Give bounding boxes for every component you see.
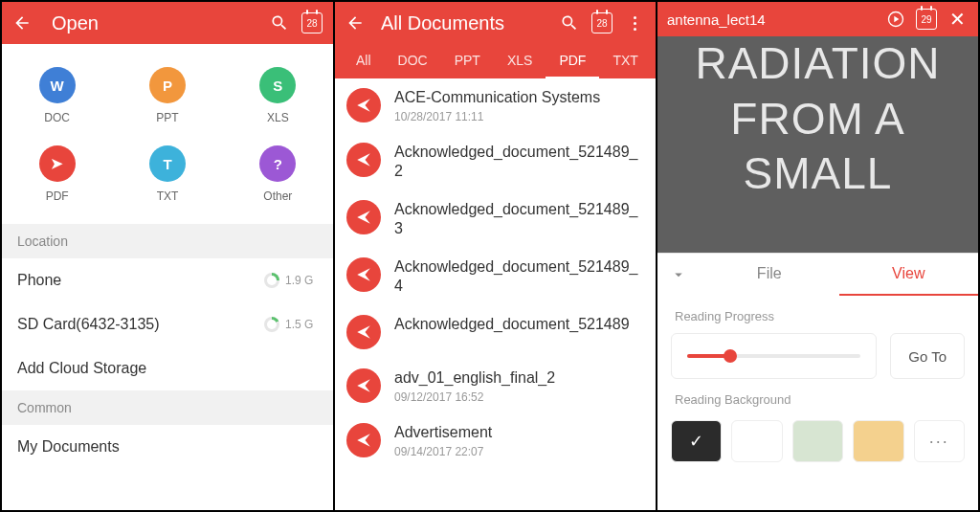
play-button[interactable] [884, 8, 907, 31]
documents-header: All Documents 28 AllDOCPPTXLSPDFTXT [335, 2, 656, 78]
document-text: Advertisement 09/14/2017 22:07 [394, 423, 642, 458]
overflow-menu-button[interactable] [623, 11, 646, 34]
document-row[interactable]: Acknowledged_document_521489_2 [335, 133, 656, 190]
reading-progress-row: Go To [657, 333, 978, 379]
document-row[interactable]: adv_01_english_final_2 09/12/2017 16:52 [335, 359, 656, 413]
location-list: Phone 1.9 GSD Card(6432-3135) 1.5 G [2, 258, 333, 346]
file-type-icon: ➤ [39, 145, 76, 182]
file-type-icon: W [39, 67, 76, 103]
document-name: Acknowledged_document_521489_3 [394, 200, 642, 238]
check-icon: ✓ [689, 431, 703, 452]
back-button[interactable] [11, 12, 33, 33]
common-item[interactable]: My Documents [2, 425, 333, 469]
document-title: antenna_lect14 [667, 11, 877, 28]
file-type-label: XLS [267, 111, 289, 124]
view-options-sheet: FileView Reading Progress Go To Reading … [657, 253, 978, 510]
background-swatch[interactable] [731, 420, 782, 462]
collapse-button[interactable] [657, 266, 700, 283]
common-section-label: Common [2, 390, 333, 425]
documents-title: All Documents [381, 12, 548, 34]
location-size: 1.9 G [285, 274, 318, 287]
document-name: adv_01_english_final_2 [394, 368, 642, 388]
document-name: ACE-Communication Systems [394, 88, 642, 107]
document-row[interactable]: Acknowledged_document_521489_4 [335, 248, 656, 305]
storage-pie-icon [264, 317, 279, 332]
close-button[interactable]: ✕ [946, 8, 969, 31]
open-panel: Open 28 W DOCP PPTS XLS➤ PDFT TXT? Other… [0, 0, 333, 512]
search-button[interactable] [558, 11, 581, 34]
file-type-label: DOC [44, 111, 70, 124]
document-page-preview[interactable]: RADIATION FROM A SMALL [657, 36, 978, 253]
open-header: Open 28 [2, 2, 333, 44]
file-type-grid: W DOCP PPTS XLS➤ PDFT TXT? Other [2, 44, 333, 224]
more-vert-icon [634, 16, 636, 31]
calendar-button[interactable]: 28 [301, 11, 323, 34]
add-cloud-storage-button[interactable]: Add Cloud Storage [2, 346, 333, 390]
pdf-file-icon [346, 315, 381, 349]
file-type-label: Other [263, 189, 292, 203]
file-type-icon: S [259, 67, 296, 103]
sheet-tab-view[interactable]: View [839, 254, 979, 296]
tab-xls[interactable]: XLS [494, 44, 546, 78]
sheet-tabs: FileView [657, 254, 978, 296]
progress-slider[interactable] [687, 354, 860, 358]
search-icon [560, 13, 579, 33]
viewer-panel: antenna_lect14 29 ✕ RADIATION FROM A SMA… [656, 0, 980, 512]
common-list: My Documents [2, 425, 333, 469]
sheet-tab-file[interactable]: File [700, 254, 839, 296]
calendar-icon: 28 [591, 12, 612, 33]
document-name: Acknowledged_document_521489 [394, 315, 642, 334]
play-circle-icon [886, 10, 905, 29]
file-type-icon: T [149, 145, 186, 182]
go-to-button[interactable]: Go To [890, 333, 965, 379]
background-swatch[interactable] [853, 420, 903, 462]
document-row[interactable]: Acknowledged_document_521489 [335, 305, 656, 359]
calendar-icon: 29 [916, 9, 937, 30]
file-type-label: TXT [157, 189, 179, 203]
document-row[interactable]: Acknowledged_document_521489_3 [335, 190, 656, 248]
file-type-other[interactable]: ? Other [223, 138, 333, 216]
pdf-file-icon [346, 88, 381, 122]
file-type-icon: P [149, 67, 186, 103]
tab-doc[interactable]: DOC [385, 44, 441, 78]
viewer-header: antenna_lect14 29 ✕ [657, 2, 978, 36]
tab-txt[interactable]: TXT [599, 44, 651, 78]
document-meta: 09/14/2017 22:07 [394, 445, 642, 458]
background-swatch[interactable]: ✓ [671, 420, 722, 462]
open-title: Open [52, 12, 258, 34]
document-meta: 09/12/2017 16:52 [394, 390, 642, 404]
file-type-pdf[interactable]: ➤ PDF [2, 138, 112, 216]
progress-slider-container [671, 333, 877, 379]
document-row[interactable]: Advertisement 09/14/2017 22:07 [335, 413, 656, 468]
pdf-file-icon [346, 200, 381, 234]
document-row[interactable]: ACE-Communication Systems 10/28/2017 11:… [335, 78, 656, 133]
go-to-label: Go To [908, 348, 947, 365]
background-swatch[interactable] [792, 420, 843, 462]
file-type-xls[interactable]: S XLS [223, 59, 333, 138]
pdf-file-icon [346, 257, 381, 292]
file-type-doc[interactable]: W DOC [2, 59, 112, 138]
document-text: adv_01_english_final_2 09/12/2017 16:52 [394, 368, 642, 404]
tab-ppt[interactable]: PPT [441, 44, 494, 78]
document-name: Acknowledged_document_521489_4 [394, 257, 642, 296]
tab-all[interactable]: All [343, 44, 385, 78]
back-button[interactable] [345, 13, 366, 33]
reading-background-label: Reading Background [657, 379, 978, 416]
calendar-button[interactable]: 29 [915, 8, 938, 31]
search-button[interactable] [268, 11, 291, 34]
page-text: RADIATION FROM A SMALL [695, 36, 940, 202]
progress-thumb[interactable] [724, 349, 737, 363]
document-name: Acknowledged_document_521489_2 [394, 143, 642, 181]
tab-pdf[interactable]: PDF [546, 44, 599, 78]
file-type-txt[interactable]: T TXT [112, 138, 222, 216]
file-type-label: PPT [156, 111, 178, 124]
search-icon [270, 13, 289, 33]
location-row[interactable]: Phone 1.9 G [2, 258, 333, 302]
reading-progress-label: Reading Progress [657, 296, 978, 333]
more-backgrounds-button[interactable]: ··· [914, 420, 965, 462]
location-name: Phone [17, 272, 61, 289]
location-row[interactable]: SD Card(6432-3135) 1.5 G [2, 302, 333, 346]
file-type-ppt[interactable]: P PPT [112, 59, 222, 138]
calendar-button[interactable]: 28 [590, 11, 613, 34]
close-icon: ✕ [949, 10, 966, 29]
